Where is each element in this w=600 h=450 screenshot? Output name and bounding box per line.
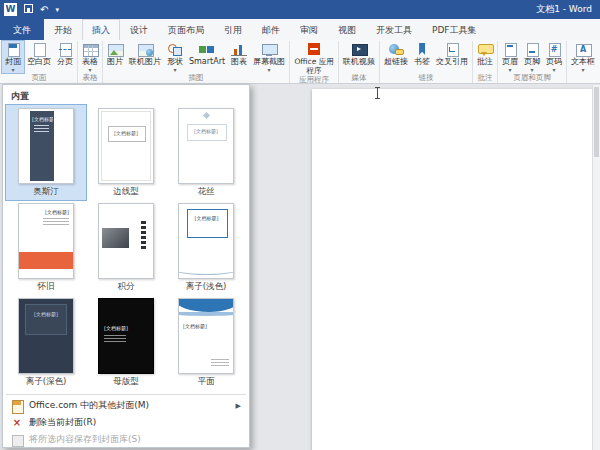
menu-item-label: Office.com 中的其他封面(M) — [29, 399, 149, 412]
menu-remove-current-cover[interactable]: × 删除当前封面(R) — [3, 414, 249, 431]
cover-name: 花丝 — [198, 186, 215, 197]
online-video-icon — [351, 43, 367, 56]
tab-design[interactable]: 设计 — [120, 19, 158, 40]
scrollbar-thumb[interactable] — [594, 87, 599, 157]
online-video-button[interactable]: 联机视频 — [340, 41, 378, 73]
ribbon-group-apps: Office 应用程序 应用程序 — [290, 41, 339, 83]
cover-page-button[interactable]: 封面 ▾ — [2, 41, 24, 73]
window-title: 文档1 - Word — [536, 3, 592, 16]
button-label: 空白页 — [27, 57, 51, 67]
page-number-button[interactable]: # 页码 ▾ — [543, 41, 565, 73]
floppy-shape — [24, 4, 33, 13]
thumb-doc-title: [文档标题] — [27, 311, 65, 317]
cover-item-integral[interactable]: [文档标题] 积分 — [86, 200, 166, 295]
cover-item-facet[interactable]: [文档标题] 平面 — [166, 295, 246, 390]
tab-mailings[interactable]: 邮件 — [252, 19, 290, 40]
cover-item-ion-light[interactable]: [文档标题] 离子(浅色) — [166, 200, 246, 295]
cover-name: 边线型 — [113, 186, 139, 197]
chart-button[interactable]: 图表 — [228, 41, 250, 73]
footer-button[interactable]: 页脚 ▾ — [521, 41, 543, 73]
button-label: Office 应用程序 — [294, 57, 334, 75]
chart-icon — [231, 43, 247, 56]
group-label-tables: 表格 — [79, 73, 101, 83]
hyperlink-icon — [388, 43, 404, 56]
text-box-button[interactable]: A 文本框 ▾ — [568, 41, 598, 73]
blank-page-icon — [31, 43, 47, 56]
hyperlink-button[interactable]: 超链接 — [381, 41, 411, 73]
thumb-doc-title: [文档标题] — [104, 325, 128, 331]
menu-item-label: 删除当前封面(R) — [29, 416, 96, 429]
office-apps-icon — [306, 43, 322, 56]
button-label: 联机图片 — [129, 57, 161, 67]
ribbon-group-media: 联机视频 媒体 — [339, 41, 380, 83]
thumb-doc-title: [文档标题] — [188, 128, 224, 134]
button-label: 分页 — [57, 57, 73, 67]
tab-pdf-tools[interactable]: PDF工具集 — [422, 19, 487, 40]
document-page[interactable] — [312, 89, 592, 450]
cover-item-sideline[interactable]: [文档标题] 边线型 — [86, 105, 166, 200]
menu-item-label: 将所选内容保存到封面库(S) — [29, 433, 141, 446]
cover-item-master[interactable]: [文档标题] 母版型 — [86, 295, 166, 390]
smartart-button[interactable]: SmartArt — [186, 41, 228, 73]
thumb-doc-title: [文档标题] — [32, 116, 53, 122]
cover-name: 离子(深色) — [26, 376, 67, 387]
ibeam-stem — [377, 88, 378, 98]
ribbon-group-links: 超链接 书签 交叉引用 链接 — [380, 41, 473, 83]
tab-developer[interactable]: 开发工具 — [366, 19, 422, 40]
shapes-button[interactable]: 形状 ▾ — [164, 41, 186, 73]
button-label: 交叉引用 — [436, 57, 468, 67]
vertical-scrollbar[interactable] — [592, 85, 600, 450]
cover-item-ion-dark[interactable]: [文档标题] 离子(深色) — [6, 295, 86, 390]
ribbon-group-illustrations: 图片 联机图片 形状 ▾ SmartArt 图表 屏幕截图 — [103, 41, 290, 83]
cover-item-austin[interactable]: [文档标题] 奥斯汀 — [6, 105, 86, 200]
cover-thumb-master: [文档标题] — [98, 298, 154, 374]
table-icon — [82, 43, 98, 56]
thumb-doc-title: [文档标题] — [189, 215, 224, 221]
thumb-doc-title: [文档标题] — [183, 323, 207, 329]
footer-icon — [524, 43, 540, 56]
tab-references[interactable]: 引用 — [214, 19, 252, 40]
tab-file[interactable]: 文件 — [0, 19, 44, 40]
office-apps-button[interactable]: Office 应用程序 — [291, 41, 337, 75]
table-button[interactable]: 表格 ▾ — [79, 41, 101, 73]
tab-review[interactable]: 审阅 — [290, 19, 328, 40]
tab-insert[interactable]: 插入 — [82, 19, 120, 40]
qat-customize-icon[interactable]: ▾ — [55, 4, 59, 16]
cover-item-filigree[interactable]: [文档标题] 花丝 — [166, 105, 246, 200]
cover-name: 积分 — [118, 281, 135, 292]
group-label-illustrations: 插图 — [104, 73, 288, 83]
smartart-icon — [199, 43, 215, 56]
bookmark-button[interactable]: 书签 — [411, 41, 433, 73]
thumb-doc-title: [文档标题] — [45, 209, 69, 215]
button-label: SmartArt — [189, 57, 225, 67]
online-pictures-button[interactable]: 联机图片 — [126, 41, 164, 73]
group-label-links: 链接 — [381, 73, 471, 83]
tab-home[interactable]: 开始 — [44, 19, 82, 40]
blank-page-button[interactable]: 空白页 — [24, 41, 54, 73]
gallery-menu: Office.com 中的其他封面(M) ▶ × 删除当前封面(R) 将所选内容… — [3, 397, 249, 448]
button-label: 联机视频 — [343, 57, 375, 67]
menu-more-covers-from-office-com[interactable]: Office.com 中的其他封面(M) ▶ — [3, 397, 249, 414]
screenshot-button[interactable]: 屏幕截图 ▾ — [250, 41, 288, 73]
cover-thumb-facet: [文档标题] — [178, 298, 234, 374]
comment-button[interactable]: 批注 — [474, 41, 496, 73]
cover-item-retrospect[interactable]: [文档标题] 怀旧 — [6, 200, 86, 295]
gallery-grid: [文档标题] 奥斯汀 [文档标题] 边线型 [文档标题] 花丝 [文档标题] 怀… — [3, 105, 249, 390]
cover-name: 离子(浅色) — [186, 281, 227, 292]
tab-view[interactable]: 视图 — [328, 19, 366, 40]
page-break-icon — [57, 43, 73, 56]
header-button[interactable]: 页眉 ▾ — [499, 41, 521, 73]
pictures-button[interactable]: 图片 — [104, 41, 126, 73]
cover-thumb-sideline: [文档标题] — [98, 108, 154, 184]
page-break-button[interactable]: 分页 — [54, 41, 76, 73]
button-label: 图片 — [107, 57, 123, 67]
ribbon-insert: 封面 ▾ 空白页 分页 页面 表格 ▾ 表格 — [0, 40, 600, 84]
group-label-text: 文本 — [568, 73, 600, 83]
tab-page-layout[interactable]: 页面布局 — [158, 19, 214, 40]
comment-icon — [477, 43, 493, 56]
save-icon[interactable] — [24, 4, 33, 16]
undo-icon[interactable]: ↶ — [40, 4, 48, 16]
cover-thumb-ion-dark: [文档标题] — [18, 298, 74, 374]
title-bar: W ↶ ▾ 文档1 - Word — [0, 0, 600, 19]
cross-reference-button[interactable]: 交叉引用 — [433, 41, 471, 73]
